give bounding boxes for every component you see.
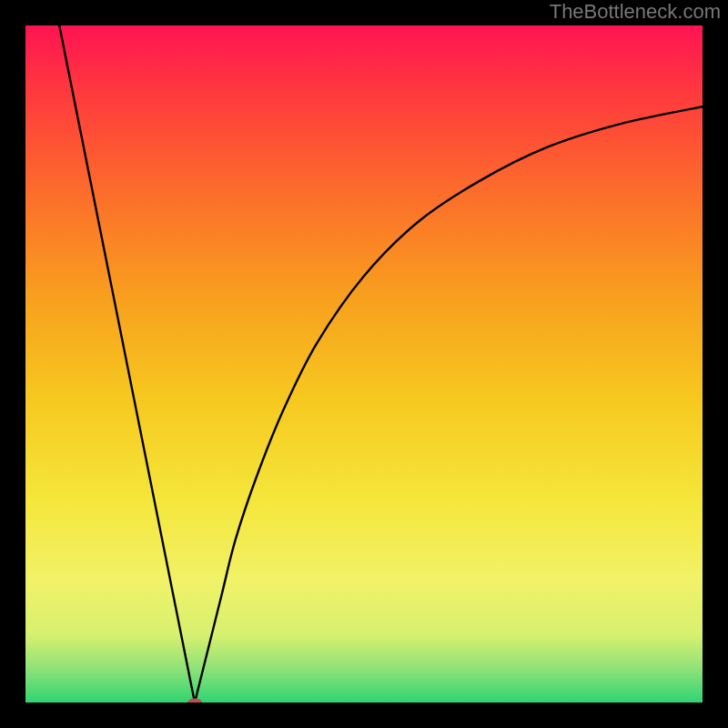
chart-svg [25, 25, 703, 703]
watermark-text: TheBottleneck.com [550, 0, 721, 24]
plot-area [25, 25, 703, 703]
chart-frame: TheBottleneck.com [0, 0, 728, 728]
